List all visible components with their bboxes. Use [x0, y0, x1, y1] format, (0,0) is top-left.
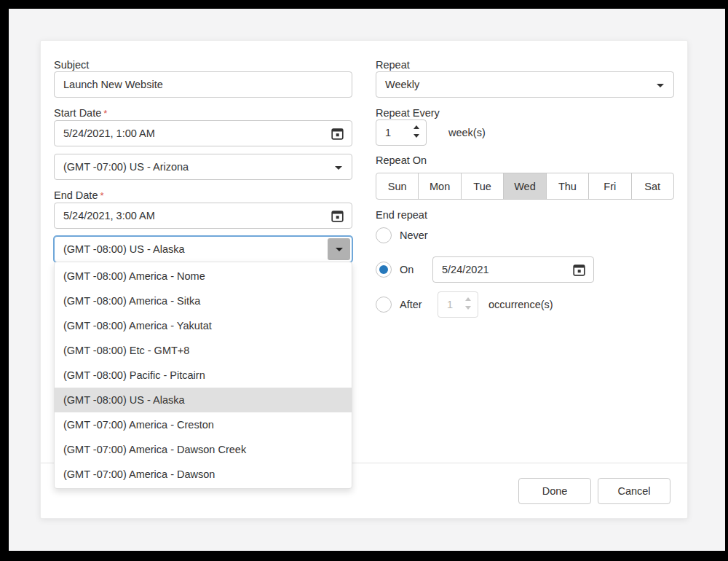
day-button-fri[interactable]: Fri [588, 173, 630, 199]
repeat-every-label: Repeat Every [376, 107, 674, 119]
required-asterisk: * [103, 108, 107, 119]
timezone-list-item[interactable]: (GMT -07:00) America - Creston [55, 412, 352, 437]
end-date-input[interactable]: 5/24/2021, 3:00 AM [54, 203, 352, 229]
increment-icon[interactable] [465, 297, 471, 301]
occurrence-unit-label: occurrence(s) [488, 299, 553, 310]
day-button-sat[interactable]: Sat [631, 173, 673, 199]
day-button-tue[interactable]: Tue [461, 173, 503, 199]
end-repeat-on-date-input[interactable]: 5/24/2021 [432, 256, 594, 283]
repeat-every-value: 1 [385, 127, 391, 138]
end-timezone-value: (GMT -08:00) US - Alaska [63, 243, 185, 255]
dropdown-toggle-button[interactable] [328, 238, 350, 260]
chevron-down-icon[interactable] [335, 166, 342, 170]
repeat-on-day-group: Sun Mon Tue Wed Thu Fri Sat [376, 173, 674, 200]
occurrence-count-value: 1 [447, 299, 453, 310]
day-button-sun[interactable]: Sun [376, 173, 418, 199]
end-repeat-on-date-value: 5/24/2021 [442, 264, 489, 275]
timezone-list-item[interactable]: (GMT -08:00) America - Sitka [55, 289, 352, 313]
subject-input[interactable]: Launch New Website [54, 71, 352, 98]
occurrence-count-stepper[interactable]: 1 [438, 291, 478, 318]
timezone-list-item[interactable]: (GMT -08:00) America - Nome [55, 264, 352, 289]
required-asterisk: * [100, 190, 103, 201]
timezone-list-item[interactable]: (GMT -08:00) Etc - GMT+8 [55, 338, 352, 363]
increment-icon[interactable] [414, 125, 419, 129]
timezone-list-item[interactable]: (GMT -07:00) America - Dawson [55, 462, 352, 487]
subject-value: Launch New Website [63, 79, 163, 90]
editor-left-column: Subject Launch New Website Start Date* 5… [54, 59, 352, 262]
on-radio-label: On [400, 264, 432, 275]
decrement-icon[interactable] [465, 306, 471, 310]
start-date-input[interactable]: 5/24/2021, 1:00 AM [54, 120, 352, 146]
after-radio-label: After [400, 299, 438, 310]
day-button-wed-selected[interactable]: Wed [503, 173, 545, 199]
repeat-on-label: Repeat On [376, 154, 674, 166]
cancel-button[interactable]: Cancel [598, 478, 670, 504]
start-timezone-value: (GMT -07:00) US - Arizona [63, 161, 189, 173]
repeat-value: Weekly [385, 79, 419, 90]
start-date-label: Start Date* [54, 107, 352, 119]
timezone-dropdown-list: (GMT -08:00) America - Nome (GMT -08:00)… [54, 262, 352, 489]
repeat-every-stepper[interactable]: 1 [376, 119, 427, 146]
timezone-list-item-selected[interactable]: (GMT -08:00) US - Alaska [55, 388, 352, 412]
end-repeat-on-radio[interactable] [376, 262, 392, 278]
chevron-down-icon[interactable] [657, 84, 664, 87]
timezone-list-item[interactable]: (GMT -08:00) Pacific - Pitcairn [55, 363, 352, 388]
never-radio-label: Never [400, 230, 428, 241]
decrement-icon[interactable] [414, 134, 419, 138]
end-date-value: 5/24/2021, 3:00 AM [63, 210, 155, 221]
end-timezone-dropdown[interactable]: (GMT -08:00) US - Alaska [54, 236, 352, 262]
timezone-list-item[interactable]: (GMT -07:00) America - Dawson Creek [55, 437, 352, 462]
page-background: Subject Launch New Website Start Date* 5… [9, 9, 725, 551]
stepper-arrows [414, 125, 419, 138]
calendar-icon[interactable] [573, 264, 585, 276]
end-repeat-after-radio[interactable] [376, 297, 392, 313]
start-timezone-dropdown[interactable]: (GMT -07:00) US - Arizona [54, 154, 352, 180]
timezone-list-item[interactable]: (GMT -08:00) America - Yakutat [55, 313, 352, 338]
done-button[interactable]: Done [518, 478, 591, 504]
day-button-mon[interactable]: Mon [418, 173, 460, 199]
start-date-value: 5/24/2021, 1:00 AM [63, 128, 155, 139]
end-repeat-never-radio[interactable] [376, 227, 392, 243]
editor-right-column: Repeat Weekly Repeat Every 1 week(s) Rep… [376, 59, 674, 318]
stepper-arrows [465, 297, 471, 310]
subject-label: Subject [54, 59, 352, 71]
day-button-thu[interactable]: Thu [546, 173, 588, 199]
footer-button-bar: Done Cancel [518, 478, 670, 504]
repeat-every-unit: week(s) [448, 127, 486, 138]
calendar-icon[interactable] [331, 128, 344, 140]
repeat-dropdown[interactable]: Weekly [376, 71, 674, 98]
end-date-label: End Date* [54, 189, 352, 202]
repeat-label: Repeat [376, 59, 674, 71]
calendar-icon[interactable] [331, 210, 344, 222]
event-editor-dialog: Subject Launch New Website Start Date* 5… [40, 40, 688, 519]
end-repeat-label: End repeat [376, 209, 674, 221]
chevron-down-icon [336, 248, 343, 251]
